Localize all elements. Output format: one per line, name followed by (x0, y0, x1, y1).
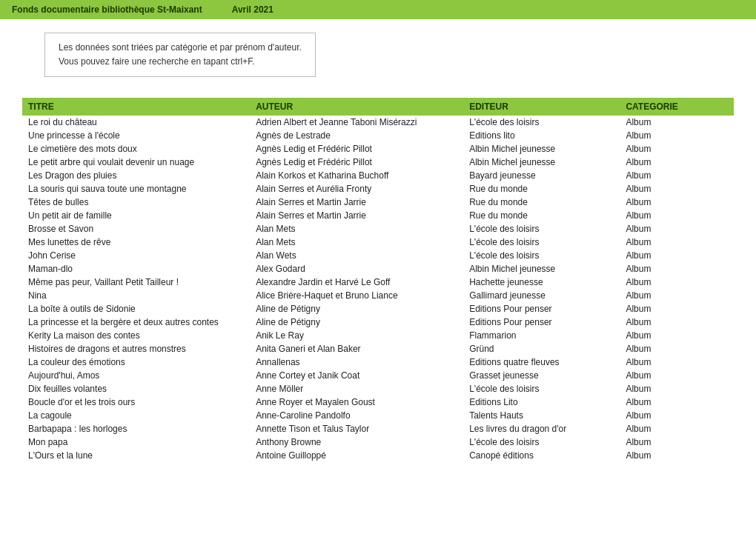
cell-titre: La cagoule (22, 409, 250, 422)
table-row: Une princesse à l'écoleAgnès de Lestrade… (22, 129, 734, 142)
table-row: Mon papaAnthony BrowneL'école des loisir… (22, 435, 734, 449)
cell-categorie: Album (620, 196, 734, 209)
cell-titre: La souris qui sauva toute une montagne (22, 182, 250, 196)
cell-categorie: Album (620, 369, 734, 382)
cell-categorie: Album (620, 316, 734, 329)
cell-categorie: Album (620, 435, 734, 449)
cell-auteur: Alain Serres et Aurélia Fronty (250, 182, 463, 196)
cell-titre: Nina (22, 289, 250, 302)
cell-titre: Dix feuilles volantes (22, 382, 250, 396)
col-header-titre: TITRE (22, 98, 250, 116)
cell-auteur: Alain Serres et Martin Jarrie (250, 209, 463, 222)
cell-categorie: Album (620, 276, 734, 289)
table-body: Le roi du châteauAdrien Albert et Jeanne… (22, 116, 734, 462)
cell-categorie: Album (620, 116, 734, 129)
cell-titre: La boîte à outils de Sidonie (22, 302, 250, 316)
table-row: Mes lunettes de rêveAlan MetsL'école des… (22, 236, 734, 249)
cell-auteur: Anik Le Ray (250, 329, 463, 342)
cell-auteur: Antoine Guilloppé (250, 449, 463, 462)
table-row: Boucle d'or et les trois oursAnne Royer … (22, 396, 734, 409)
col-header-categorie: CATEGORIE (620, 98, 734, 116)
table-row: Histoires de dragons et autres monstresA… (22, 342, 734, 356)
cell-editeur: Grasset jeunesse (463, 369, 620, 382)
cell-editeur: Rue du monde (463, 196, 620, 209)
cell-editeur: L'école des loisirs (463, 435, 620, 449)
cell-categorie: Album (620, 222, 734, 236)
cell-editeur: Canopé éditions (463, 449, 620, 462)
table-row: L'Ours et la luneAntoine GuilloppéCanopé… (22, 449, 734, 462)
cell-categorie: Album (620, 169, 734, 182)
header-date: Avril 2021 (232, 4, 273, 15)
cell-categorie: Album (620, 409, 734, 422)
table-row: Barbapapa : les horlogesAnnette Tison et… (22, 422, 734, 435)
cell-titre: Le petit arbre qui voulait devenir un nu… (22, 156, 250, 169)
table-row: Le cimetière des mots douxAgnès Ledig et… (22, 142, 734, 156)
cell-editeur: L'école des loisirs (463, 116, 620, 129)
cell-categorie: Album (620, 342, 734, 356)
cell-titre: Une princesse à l'école (22, 129, 250, 142)
cell-editeur: Flammarion (463, 329, 620, 342)
info-line2: Vous pouvez faire une recherche en tapan… (59, 55, 302, 69)
table-row: Kerity La maison des contesAnik Le RayFl… (22, 329, 734, 342)
cell-editeur: L'école des loisirs (463, 222, 620, 236)
cell-titre: Maman-dlo (22, 262, 250, 276)
cell-auteur: Alex Godard (250, 262, 463, 276)
table-container: TITRE AUTEUR EDITEUR CATEGORIE Le roi du… (22, 98, 734, 462)
cell-editeur: Talents Hauts (463, 409, 620, 422)
cell-editeur: Rue du monde (463, 182, 620, 196)
cell-editeur: Gallimard jeunesse (463, 289, 620, 302)
cell-categorie: Album (620, 129, 734, 142)
cell-categorie: Album (620, 182, 734, 196)
table-row: NinaAlice Brière-Haquet et Bruno LianceG… (22, 289, 734, 302)
cell-auteur: Anne Cortey et Janik Coat (250, 369, 463, 382)
cell-editeur: Editions Pour penser (463, 302, 620, 316)
cell-titre: Histoires de dragons et autres monstres (22, 342, 250, 356)
cell-titre: La couleur des émotions (22, 356, 250, 369)
header-bar: Fonds documentaire bibliothèque St-Maixa… (0, 0, 756, 19)
cell-auteur: Agnès de Lestrade (250, 129, 463, 142)
cell-titre: Les Dragon des pluies (22, 169, 250, 182)
cell-categorie: Album (620, 302, 734, 316)
table-row: La princesse et la bergère et deux autre… (22, 316, 734, 329)
cell-titre: Kerity La maison des contes (22, 329, 250, 342)
cell-categorie: Album (620, 396, 734, 409)
cell-auteur: Alice Brière-Haquet et Bruno Liance (250, 289, 463, 302)
table-row: Le roi du châteauAdrien Albert et Jeanne… (22, 116, 734, 129)
cell-editeur: Editions lito (463, 129, 620, 142)
table-row: Dix feuilles volantesAnne MöllerL'école … (22, 382, 734, 396)
cell-editeur: Editions Pour penser (463, 316, 620, 329)
table-row: John CeriseAlan WetsL'école des loisirsA… (22, 249, 734, 262)
cell-editeur: L'école des loisirs (463, 236, 620, 249)
table-row: Un petit air de familleAlain Serres et M… (22, 209, 734, 222)
main-table: TITRE AUTEUR EDITEUR CATEGORIE Le roi du… (22, 98, 734, 462)
cell-categorie: Album (620, 356, 734, 369)
cell-editeur: Albin Michel jeunesse (463, 156, 620, 169)
cell-categorie: Album (620, 289, 734, 302)
col-header-editeur: EDITEUR (463, 98, 620, 116)
cell-editeur: L'école des loisirs (463, 249, 620, 262)
table-row: La boîte à outils de SidonieAline de Pét… (22, 302, 734, 316)
cell-titre: La princesse et la bergère et deux autre… (22, 316, 250, 329)
cell-editeur: Albin Michel jeunesse (463, 142, 620, 156)
table-row: Brosse et SavonAlan MetsL'école des lois… (22, 222, 734, 236)
cell-auteur: Anita Ganeri et Alan Baker (250, 342, 463, 356)
cell-categorie: Album (620, 236, 734, 249)
cell-auteur: Alain Serres et Martin Jarrie (250, 196, 463, 209)
info-box: Les données sont triées par catégorie et… (44, 33, 316, 77)
cell-editeur: Bayard jeunesse (463, 169, 620, 182)
cell-auteur: Aline de Pétigny (250, 316, 463, 329)
cell-titre: Aujourd'hui, Amos (22, 369, 250, 382)
cell-titre: Boucle d'or et les trois ours (22, 396, 250, 409)
cell-categorie: Album (620, 249, 734, 262)
cell-titre: Barbapapa : les horloges (22, 422, 250, 435)
info-line1: Les données sont triées par catégorie et… (59, 41, 302, 55)
table-row: Même pas peur, Vaillant Petit Tailleur !… (22, 276, 734, 289)
cell-auteur: Alan Mets (250, 236, 463, 249)
cell-titre: L'Ours et la lune (22, 449, 250, 462)
cell-editeur: Les livres du dragon d'or (463, 422, 620, 435)
cell-editeur: Rue du monde (463, 209, 620, 222)
cell-editeur: Albin Michel jeunesse (463, 262, 620, 276)
table-header-row: TITRE AUTEUR EDITEUR CATEGORIE (22, 98, 734, 116)
cell-titre: Même pas peur, Vaillant Petit Tailleur ! (22, 276, 250, 289)
cell-auteur: Annallenas (250, 356, 463, 369)
